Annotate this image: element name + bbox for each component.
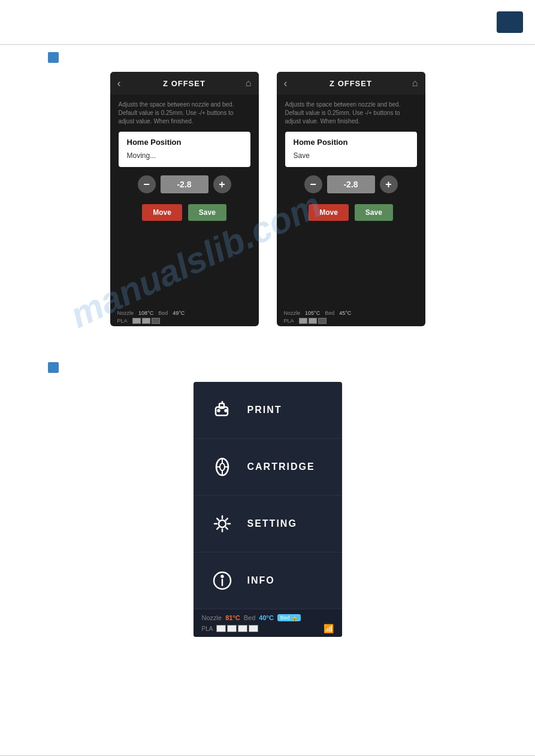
nozzle-temp-right: 105°C xyxy=(305,310,320,316)
device-screen-right: ‹ Z OFFSET ⌂ Adjusts the space between n… xyxy=(277,72,425,326)
menu-filament-bars xyxy=(216,625,258,632)
device-header-left: ‹ Z OFFSET ⌂ xyxy=(110,72,259,95)
svg-point-14 xyxy=(221,576,223,578)
filament-bar-r2 xyxy=(309,318,317,324)
menu-screen: PRINT CARTRIDGE xyxy=(194,382,342,637)
svg-point-3 xyxy=(217,410,219,412)
menu-label-cartridge: CARTRIDGE xyxy=(247,462,315,472)
section2-menu: PRINT CARTRIDGE xyxy=(0,382,535,637)
menu-label-setting: SETTING xyxy=(247,518,297,529)
footer-temps-right: Nozzle 105°C Bed 45°C xyxy=(284,310,418,316)
footer-filament-right: PLA xyxy=(284,318,418,324)
menu-bar-2 xyxy=(227,625,237,632)
value-row-left: − -2.8 + xyxy=(119,175,250,193)
filament-bars-left xyxy=(132,318,160,324)
save-button-left[interactable]: Save xyxy=(188,204,226,221)
nozzle-temp-left: 108°C xyxy=(138,310,153,316)
top-bar xyxy=(0,0,535,45)
home-icon-left[interactable]: ⌂ xyxy=(246,78,252,89)
gear-icon xyxy=(208,509,237,538)
svg-point-6 xyxy=(220,463,225,470)
menu-nozzle-temp: 81°C xyxy=(225,614,240,621)
footer-temps-left: Nozzle 108°C Bed 49°C xyxy=(117,310,252,316)
back-arrow-left[interactable]: ‹ xyxy=(117,77,121,90)
screen-right-desc: Adjusts the space between nozzle and bed… xyxy=(277,95,425,129)
value-display-right: -2.8 xyxy=(327,175,375,193)
action-buttons-right: Move Save xyxy=(285,204,417,221)
usb-drive-icon xyxy=(208,396,237,424)
device-screen-left: ‹ Z OFFSET ⌂ Adjusts the space between n… xyxy=(110,72,259,326)
menu-label-print: PRINT xyxy=(247,405,282,415)
move-button-right[interactable]: Move xyxy=(309,204,349,221)
menu-bed-label: Bed xyxy=(244,614,256,621)
menu-filament-label: PLA xyxy=(202,626,213,632)
bed-temp-right: 45°C xyxy=(339,310,351,316)
svg-point-11 xyxy=(219,520,226,527)
cartridge-icon xyxy=(208,453,237,481)
minus-button-right[interactable]: − xyxy=(304,175,322,193)
bed-temp-left: 49°C xyxy=(173,310,185,316)
device-footer-left: Nozzle 108°C Bed 49°C PLA xyxy=(110,306,259,326)
info-icon xyxy=(208,566,237,595)
device-footer-right: Nozzle 105°C Bed 45°C PLA xyxy=(277,306,425,326)
menu-bar-4 xyxy=(249,625,258,632)
menu-label-info: INFO xyxy=(247,575,275,586)
svg-point-4 xyxy=(225,410,226,412)
plus-button-right[interactable]: + xyxy=(380,175,398,193)
value-row-right: − -2.8 + xyxy=(285,175,417,193)
menu-bed-temp: 40°C xyxy=(259,614,274,621)
menu-nozzle-label: Nozzle xyxy=(202,614,222,621)
home-dialog-right: Home Position Save xyxy=(285,132,417,167)
filament-label-right: PLA xyxy=(284,318,294,324)
move-button-left[interactable]: Move xyxy=(142,204,182,221)
svg-rect-1 xyxy=(219,403,224,408)
minus-button-left[interactable]: − xyxy=(138,175,156,193)
nozzle-label-right: Nozzle xyxy=(284,310,301,316)
nozzle-label-left: Nozzle xyxy=(117,310,134,316)
menu-item-setting[interactable]: SETTING xyxy=(194,496,342,552)
footer-filament-left: PLA xyxy=(117,318,252,324)
wifi-icon: 📶 xyxy=(324,624,334,633)
back-arrow-right[interactable]: ‹ xyxy=(284,77,288,90)
filament-bars-right xyxy=(299,318,327,324)
section-gap xyxy=(0,326,535,362)
home-icon-right[interactable]: ⌂ xyxy=(412,78,418,89)
blue-marker-1 xyxy=(48,52,59,63)
save-button-right[interactable]: Save xyxy=(355,204,393,221)
plus-button-left[interactable]: + xyxy=(213,175,231,193)
menu-item-cartridge[interactable]: CARTRIDGE xyxy=(194,439,342,496)
menu-bar-3 xyxy=(238,625,247,632)
filament-bar-r1 xyxy=(299,318,307,324)
device-header-right: ‹ Z OFFSET ⌂ xyxy=(277,72,425,95)
menu-item-print[interactable]: PRINT xyxy=(194,382,342,439)
menu-item-info[interactable]: INFO xyxy=(194,552,342,609)
section1-screens: ‹ Z OFFSET ⌂ Adjusts the space between n… xyxy=(0,72,535,326)
home-dialog-right-title: Home Position xyxy=(294,138,409,147)
home-dialog-left: Home Position Moving... xyxy=(119,132,250,167)
home-dialog-left-title: Home Position xyxy=(127,138,242,147)
bed-label-right: Bed xyxy=(325,310,334,316)
home-dialog-right-content: Save xyxy=(294,151,409,160)
filament-bar-3 xyxy=(152,318,160,324)
home-dialog-left-content: Moving... xyxy=(127,151,242,160)
top-bar-button[interactable] xyxy=(497,11,523,33)
bed-badge: Bed 🔒 xyxy=(277,614,301,621)
menu-footer: Nozzle 81°C Bed 40°C Bed 🔒 PLA 📶 xyxy=(194,609,342,637)
bed-label-left: Bed xyxy=(158,310,168,316)
value-display-left: -2.8 xyxy=(161,175,208,193)
menu-footer-filament: PLA 📶 xyxy=(202,624,334,633)
menu-bar-1 xyxy=(216,625,226,632)
action-buttons-left: Move Save xyxy=(119,204,250,221)
filament-bar-r3 xyxy=(318,318,327,324)
filament-bar-1 xyxy=(132,318,141,324)
screen-left-desc: Adjusts the space between nozzle and bed… xyxy=(110,95,259,129)
screen-left-title: Z OFFSET xyxy=(163,79,205,88)
filament-bar-2 xyxy=(142,318,150,324)
filament-label-left: PLA xyxy=(117,318,128,324)
menu-footer-temps: Nozzle 81°C Bed 40°C Bed 🔒 xyxy=(202,614,334,621)
blue-marker-2 xyxy=(48,362,59,373)
screen-right-title: Z OFFSET xyxy=(330,79,372,88)
bed-badge-text: Bed 🔒 xyxy=(280,615,298,621)
